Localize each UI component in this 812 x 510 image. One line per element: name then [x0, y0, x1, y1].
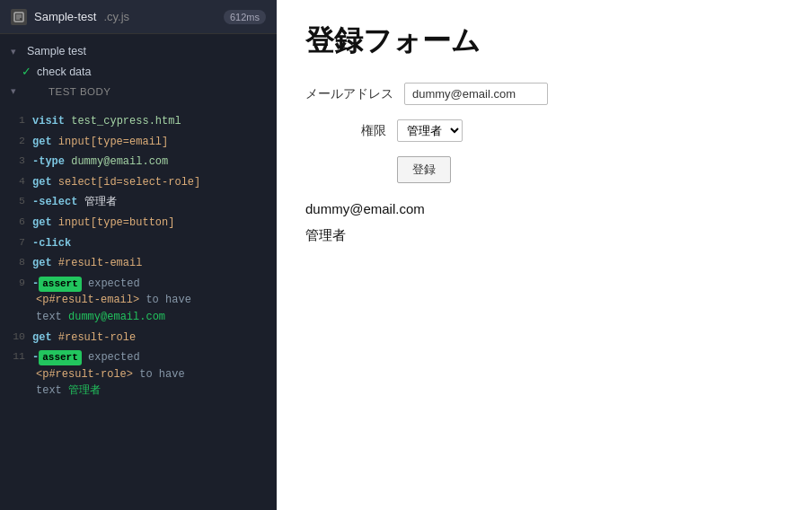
line-content-8: get #result-email	[32, 255, 277, 272]
email-input[interactable]	[404, 83, 548, 105]
file-icon	[11, 9, 27, 25]
test-header: Sample-test.cy.js 612ms	[0, 0, 277, 34]
right-panel: 登録フォーム メールアドレス 権限 管理者 一般 登録 dummy@email.…	[277, 0, 812, 510]
header-left: Sample-test.cy.js	[11, 9, 129, 25]
line-num-9: 9	[0, 276, 32, 288]
chevron-down-icon: ▾	[11, 46, 22, 57]
line-num-1: 1	[0, 113, 32, 126]
code-line-4: 4 get select[id=select-role]	[0, 172, 277, 193]
register-button[interactable]: 登録	[397, 156, 451, 183]
line-content-4: get select[id=select-role]	[32, 174, 277, 191]
code-line-11: 11 -assert expected<p#result-role> to ha…	[0, 347, 277, 401]
code-area: 1 visit test_cypress.html 2 get input[ty…	[0, 108, 277, 510]
test-tree: ▾ Sample test ✓ check data ▾ TEST BODY	[0, 34, 277, 108]
tree-body-header: ▾ TEST BODY	[0, 82, 277, 101]
assert-badge-2: assert	[39, 350, 82, 365]
form-title: 登録フォーム	[305, 22, 783, 61]
code-line-9: 9 -assert expected<p#result-email> to ha…	[0, 274, 277, 328]
line-content-5: -select 管理者	[32, 194, 277, 211]
line-num-8: 8	[0, 255, 32, 268]
code-line-8: 8 get #result-email	[0, 253, 277, 274]
code-line-5: 5 -select 管理者	[0, 192, 277, 213]
button-row: 登録	[397, 156, 783, 183]
email-row: メールアドレス	[305, 83, 783, 105]
line-content-10: get #result-role	[32, 330, 277, 347]
line-num-2: 2	[0, 134, 32, 146]
body-label: TEST BODY	[27, 86, 110, 97]
code-line-6: 6 get input[type=button]	[0, 213, 277, 233]
file-ext: .cy.js	[103, 10, 129, 23]
check-icon: ✓	[22, 65, 31, 78]
line-num-4: 4	[0, 174, 32, 187]
code-line-10: 10 get #result-role	[0, 328, 277, 348]
role-label: 権限	[305, 123, 386, 139]
role-row: 権限 管理者 一般	[305, 119, 783, 142]
test-label: check data	[37, 66, 91, 78]
preview-area: 登録フォーム メールアドレス 権限 管理者 一般 登録 dummy@email.…	[277, 0, 812, 510]
left-panel: Sample-test.cy.js 612ms ▾ Sample test ✓ …	[0, 0, 277, 510]
code-line-2: 2 get input[type=email]	[0, 132, 277, 153]
line-num-3: 3	[0, 154, 32, 166]
result-email: dummy@email.com	[305, 201, 783, 216]
line-content-2: get input[type=email]	[32, 134, 277, 151]
code-line-1: 1 visit test_cypress.html	[0, 111, 277, 132]
duration-badge: 612ms	[224, 10, 266, 24]
code-line-3: 3 -type dummy@email.com	[0, 152, 277, 172]
code-line-7: 7 -click	[0, 233, 277, 254]
assert-badge-1: assert	[39, 277, 82, 292]
line-content-9: -assert expected<p#result-email> to have…	[32, 276, 277, 326]
result-role: 管理者	[305, 227, 783, 244]
line-content-3: -type dummy@email.com	[32, 154, 277, 171]
line-content-1: visit test_cypress.html	[32, 113, 277, 130]
line-num-11: 11	[0, 349, 32, 362]
email-label: メールアドレス	[305, 86, 393, 102]
line-num-10: 10	[0, 330, 32, 342]
line-num-6: 6	[0, 215, 32, 227]
tree-suite[interactable]: ▾ Sample test	[0, 41, 277, 61]
file-name: Sample-test	[34, 10, 96, 23]
chevron-down-icon-2: ▾	[11, 85, 22, 97]
tree-test[interactable]: ✓ check data	[0, 61, 277, 82]
line-content-11: -assert expected<p#result-role> to havet…	[32, 349, 277, 400]
line-num-7: 7	[0, 235, 32, 248]
suite-label: Sample test	[27, 45, 86, 57]
line-num-5: 5	[0, 194, 32, 207]
line-content-6: get input[type=button]	[32, 215, 277, 232]
line-content-7: -click	[32, 235, 277, 252]
role-select[interactable]: 管理者 一般	[397, 119, 463, 142]
